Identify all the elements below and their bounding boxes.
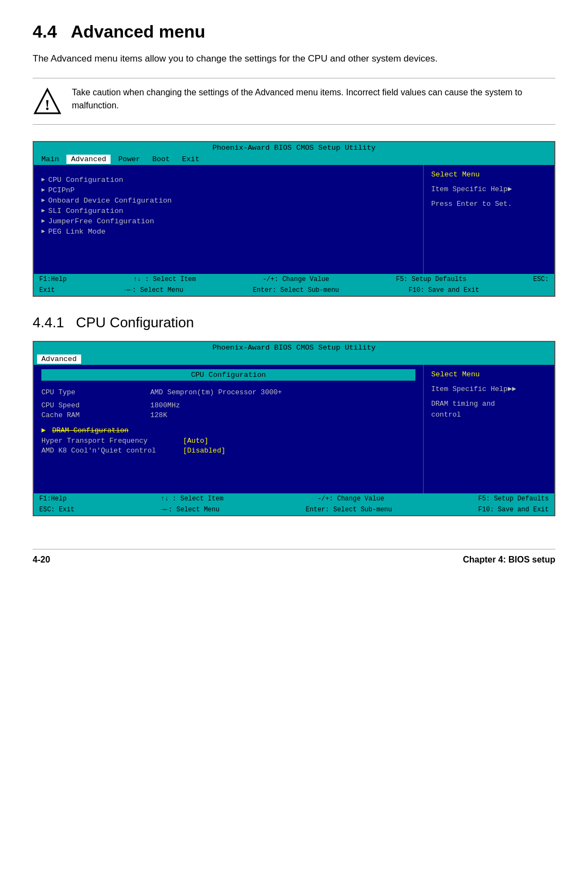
bios1-right-help-text: Press Enter to Set. xyxy=(431,199,547,210)
bios2-amd-label: AMD K8 Cool'n'Quiet control xyxy=(41,447,183,455)
bios2-amd-entry[interactable]: AMD K8 Cool'n'Quiet control [Disabled] xyxy=(41,447,415,455)
bios1-entry-onboard-label: Onboard Device Configuration xyxy=(48,197,172,205)
bios1-footer2: Exit →←: Select Menu Enter: Select Sub-m… xyxy=(34,285,554,296)
bios1-right-title: Select Menu xyxy=(431,170,547,179)
bios1-entry-jumperfree[interactable]: ► JumperFree Configuration xyxy=(41,217,415,225)
bios-screen-1: Phoenix-Award BIOS CMOS Setup Utility Ma… xyxy=(33,141,555,297)
bios1-footer-f5: F5: Setup Defaults xyxy=(396,276,467,283)
bios1-footer: F1:Help ↑↓ : Select Item -/+: Change Val… xyxy=(34,274,554,285)
bios2-hyper-value: [Auto] xyxy=(183,437,209,445)
arrow-icon-dram: ► xyxy=(41,426,46,435)
bios1-entry-peg[interactable]: ► PEG Link Mode xyxy=(41,228,415,236)
bios2-section-header: CPU Configuration xyxy=(41,369,415,381)
bios1-footer-f10: F10: Save and Exit xyxy=(409,286,480,294)
bios2-hyper-entry[interactable]: Hyper Transport Frequency [Auto] xyxy=(41,437,415,445)
bios1-footer-enter: Enter: Select Sub-menu xyxy=(253,286,339,294)
bios1-menu-exit[interactable]: Exit xyxy=(177,155,204,164)
bios2-dram-entry[interactable]: ► DRAM Configuration xyxy=(41,426,415,435)
page-footer: 4-20 Chapter 4: BIOS setup xyxy=(33,549,555,565)
bios2-menu-bar: Advanced xyxy=(34,353,554,365)
bios1-title-bar: Phoenix-Award BIOS CMOS Setup Utility xyxy=(34,142,554,154)
bios2-footer-change-value: -/+: Change Value xyxy=(317,495,384,503)
bios1-footer-select-item: ↑↓ : Select Item xyxy=(133,276,196,283)
bios1-entry-onboard[interactable]: ► Onboard Device Configuration xyxy=(41,197,415,205)
section-desc: The Advanced menu items allow you to cha… xyxy=(33,52,555,66)
subsection-title: 4.4.1 CPU Configuration xyxy=(33,314,555,331)
bios1-footer-change-value: -/+: Change Value xyxy=(262,276,329,283)
bios2-cache-value: 128K xyxy=(150,411,415,419)
bios1-footer-select-menu: →←: Select Menu xyxy=(125,286,183,294)
bios2-cpu-speed-label: CPU Speed xyxy=(41,401,150,410)
arrow-icon-3: ► xyxy=(41,197,45,204)
bios1-menu-main[interactable]: Main xyxy=(37,155,63,164)
bios2-footer-esc: ESC: Exit xyxy=(39,506,75,514)
bios2-dram-label: DRAM Configuration xyxy=(52,426,128,435)
bios1-menu-advanced[interactable]: Advanced xyxy=(66,155,111,164)
bios2-body: CPU Configuration CPU Type AMD Sempron(t… xyxy=(34,365,554,493)
svg-text:!: ! xyxy=(45,96,50,113)
bios2-footer2: ESC: Exit →←: Select Menu Enter: Select … xyxy=(34,504,554,515)
bios1-entry-cpu-label: CPU Configuration xyxy=(48,176,124,184)
bios1-body: ► CPU Configuration ► PCIPnP ► Onboard D… xyxy=(34,165,554,274)
bios1-entry-sli-label: SLI Configuration xyxy=(48,207,124,215)
warning-box: ! Take caution when changing the setting… xyxy=(33,78,555,125)
bios2-footer-select-item: ↑↓ : Select Item xyxy=(161,495,223,503)
warning-text: Take caution when changing the settings … xyxy=(72,86,555,112)
bios2-amd-value: [Disabled] xyxy=(183,447,225,455)
bios1-entry-pcipnp-label: PCIPnP xyxy=(48,186,75,194)
bios2-cache-row: Cache RAM 128K xyxy=(41,411,415,419)
bios1-right: Select Menu Item Specific Help► Press En… xyxy=(424,165,554,274)
bios2-right-title: Select Menu xyxy=(431,370,547,378)
bios1-footer-exit: Exit xyxy=(39,286,55,294)
arrow-icon-2: ► xyxy=(41,187,45,193)
bios2-cpu-type-value: AMD Sempron(tm) Processor 3000+ xyxy=(150,388,415,396)
bios2-cache-label: Cache RAM xyxy=(41,411,150,419)
page-content: 4.4 Advanced menu The Advanced menu item… xyxy=(33,22,555,565)
bios1-menu-boot[interactable]: Boot xyxy=(148,155,174,164)
bios2-cpu-speed-value: 1800MHz xyxy=(150,401,415,410)
bios2-footer-enter: Enter: Select Sub-menu xyxy=(306,506,392,514)
bios1-right-help-label: Item Specific Help► xyxy=(431,184,547,195)
warning-icon: ! xyxy=(33,87,62,117)
bios1-menu-bar: Main Advanced Power Boot Exit xyxy=(34,154,554,165)
arrow-icon-4: ► xyxy=(41,207,45,214)
bios2-hyper-label: Hyper Transport Frequency xyxy=(41,437,183,445)
bios2-cpu-type-row: CPU Type AMD Sempron(tm) Processor 3000+ xyxy=(41,388,415,396)
bios2-cpu-speed-row: CPU Speed 1800MHz xyxy=(41,401,415,410)
bios2-footer-f5: F5: Setup Defaults xyxy=(478,495,549,503)
bios1-menu-power[interactable]: Power xyxy=(114,155,145,164)
section-title: 4.4 Advanced menu xyxy=(33,22,555,42)
bios1-footer-f1: F1:Help xyxy=(39,276,66,283)
bios1-entry-pcipnp[interactable]: ► PCIPnP xyxy=(41,186,415,194)
bios2-menu-advanced[interactable]: Advanced xyxy=(37,355,81,364)
bios2-right-help-text: DRAM timing and control xyxy=(431,399,547,420)
bios1-entry-cpu[interactable]: ► CPU Configuration xyxy=(41,176,415,184)
footer-page-number: 4-20 xyxy=(33,555,50,565)
footer-chapter: Chapter 4: BIOS setup xyxy=(463,555,555,565)
bios1-entry-peg-label: PEG Link Mode xyxy=(48,228,106,236)
arrow-icon-1: ► xyxy=(41,176,45,183)
bios2-footer-select-menu: →←: Select Menu xyxy=(161,506,219,514)
bios1-footer-esc: ESC: xyxy=(533,276,549,283)
bios2-title-bar: Phoenix-Award BIOS CMOS Setup Utility xyxy=(34,342,554,353)
bios2-footer-f1: F1:Help xyxy=(39,495,66,503)
bios2-footer1: F1:Help ↑↓ : Select Item -/+: Change Val… xyxy=(34,493,554,504)
bios1-entry-jumperfree-label: JumperFree Configuration xyxy=(48,217,154,225)
bios-screen-2: Phoenix-Award BIOS CMOS Setup Utility Ad… xyxy=(33,341,555,516)
bios2-right-help-label: Item Specific Help►► xyxy=(431,384,547,395)
arrow-icon-5: ► xyxy=(41,218,45,224)
bios2-left: CPU Configuration CPU Type AMD Sempron(t… xyxy=(34,365,424,493)
bios2-cpu-type-label: CPU Type xyxy=(41,388,150,396)
bios1-entry-sli[interactable]: ► SLI Configuration xyxy=(41,207,415,215)
arrow-icon-6: ► xyxy=(41,228,45,235)
bios2-right: Select Menu Item Specific Help►► DRAM ti… xyxy=(424,365,554,493)
bios1-left: ► CPU Configuration ► PCIPnP ► Onboard D… xyxy=(34,165,424,274)
bios2-footer-f10: F10: Save and Exit xyxy=(478,506,549,514)
